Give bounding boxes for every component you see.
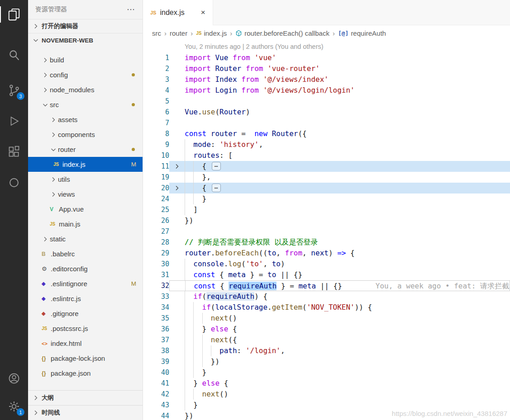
line-number[interactable]: 3 — [143, 74, 169, 85]
line-number[interactable]: 41 — [143, 378, 169, 389]
tree-item-assets[interactable]: assets — [28, 112, 143, 127]
code-line[interactable]: 10 routes: [ — [143, 150, 510, 161]
account-icon[interactable] — [0, 367, 28, 390]
tree-item-config[interactable]: config — [28, 67, 143, 82]
source-control-icon[interactable]: 3 — [0, 79, 28, 102]
line-number[interactable]: 7 — [143, 118, 169, 128]
code-line[interactable]: 7 — [143, 118, 510, 128]
tree-item-router[interactable]: router — [28, 142, 143, 157]
tree-item-.eslintrc.js[interactable]: ◆.eslintrc.js — [28, 291, 143, 306]
code-line[interactable]: 44}) — [143, 411, 510, 420]
code-line[interactable]: 33 if(requireAuth) { — [143, 291, 510, 302]
line-number[interactable]: 9 — [143, 139, 169, 150]
code-line[interactable]: 24 } — [143, 193, 510, 204]
line-number[interactable]: 39 — [143, 356, 169, 367]
line-number[interactable]: 20 — [143, 183, 169, 193]
code-line[interactable]: 42 next() — [143, 389, 510, 400]
line-number[interactable]: 30 — [143, 259, 169, 269]
tree-item-main.js[interactable]: JSmain.js — [28, 217, 143, 231]
tree-item-App.vue[interactable]: VApp.vue — [28, 202, 143, 217]
line-number[interactable]: 44 — [143, 411, 169, 420]
tree-item-.postcssrc.js[interactable]: JS.postcssrc.js — [28, 321, 143, 336]
tree-item-static[interactable]: static — [28, 231, 143, 246]
line-number[interactable]: 35 — [143, 313, 169, 324]
code-line[interactable]: 19 }, — [143, 172, 510, 183]
settings-icon[interactable]: 1 — [0, 395, 28, 418]
more-actions-icon[interactable]: ⋯ — [127, 5, 135, 14]
workspace-root-section[interactable]: NOVEMBER-WEB — [28, 33, 143, 47]
line-number[interactable]: 25 — [143, 204, 169, 215]
code-line[interactable]: 30 console.log('to', to) — [143, 259, 510, 269]
code-line[interactable]: 3import Index from '@/views/index' — [143, 74, 510, 85]
tree-item-index.js[interactable]: JSindex.jsM — [28, 157, 143, 172]
outline-section[interactable]: 大纲 — [28, 390, 143, 405]
line-number[interactable]: 8 — [143, 128, 169, 139]
line-number[interactable]: 31 — [143, 269, 169, 280]
code-line[interactable]: 1import Vue from 'vue' — [143, 52, 510, 63]
tree-item-build[interactable]: build — [28, 52, 143, 67]
code-line[interactable]: 5 — [143, 96, 510, 107]
tree-item-.eslintignore[interactable]: ◆.eslintignoreM — [28, 276, 143, 291]
line-number[interactable]: 42 — [143, 389, 169, 400]
code-line[interactable]: 28// 判断是否需要登录权限 以及是否登录 — [143, 237, 510, 248]
code-line[interactable]: 27 — [143, 226, 510, 237]
line-number[interactable]: 36 — [143, 324, 169, 335]
codelens-blame[interactable]: You, 2 minutes ago | 2 authors (You and … — [143, 41, 510, 52]
tree-item-src[interactable]: src — [28, 97, 143, 112]
tree-item-index.html[interactable]: <>index.html — [28, 336, 143, 351]
code-line[interactable]: 34 if(localStorage.getItem('NOV_TOKEN'))… — [143, 302, 510, 313]
breadcrumb-item-2[interactable]: router — [170, 29, 187, 37]
explorer-icon[interactable] — [0, 3, 28, 26]
code-line[interactable]: 32 const { requireAuth } = meta || {}You… — [143, 280, 510, 291]
tree-item-.gitignore[interactable]: ◆.gitignore — [28, 306, 143, 321]
line-number[interactable]: 32 — [143, 280, 169, 291]
code-line[interactable]: 29router.beforeEach((to, from, next) => … — [143, 248, 510, 259]
breadcrumb-item-3[interactable]: JSindex.js — [196, 29, 227, 37]
code-line[interactable]: 38 path: '/login', — [143, 345, 510, 356]
line-number[interactable]: 37 — [143, 335, 169, 345]
breadcrumb-item-5[interactable]: [@]requireAuth — [338, 29, 386, 37]
line-number[interactable]: 27 — [143, 226, 169, 237]
line-number[interactable]: 6 — [143, 107, 169, 118]
line-number[interactable]: 34 — [143, 302, 169, 313]
breadcrumb-item-1[interactable]: src — [152, 29, 161, 37]
breadcrumb-item-4[interactable]: router.beforeEach() callback — [235, 29, 329, 37]
fold-collapsed-icon[interactable] — [169, 183, 185, 193]
tree-item-package.json[interactable]: {}package.json — [28, 366, 143, 381]
line-number[interactable]: 28 — [143, 237, 169, 248]
tree-item-utils[interactable]: utils — [28, 172, 143, 187]
line-number[interactable]: 43 — [143, 400, 169, 411]
extensions-icon[interactable] — [0, 140, 28, 164]
line-number[interactable]: 19 — [143, 172, 169, 183]
line-number[interactable]: 40 — [143, 367, 169, 378]
code-line[interactable]: 8const router = new Router({ — [143, 128, 510, 139]
line-number[interactable]: 11 — [143, 161, 169, 172]
code-line[interactable]: 11 { ⋯ — [143, 161, 510, 172]
search-icon[interactable] — [0, 43, 28, 67]
code-line[interactable]: 35 next() — [143, 313, 510, 324]
code-line[interactable]: 43 } — [143, 400, 510, 411]
line-number[interactable]: 1 — [143, 52, 169, 63]
code-line[interactable]: 39 }) — [143, 356, 510, 367]
run-debug-icon[interactable] — [0, 109, 28, 133]
code-line[interactable]: 26}) — [143, 215, 510, 226]
tree-item-components[interactable]: components — [28, 127, 143, 142]
tree-item-.editorconfig[interactable]: ⚙.editorconfig — [28, 261, 143, 276]
code-line[interactable]: 36 } else { — [143, 324, 510, 335]
open-editors-section[interactable]: 打开的编辑器 — [28, 19, 143, 33]
line-number[interactable]: 26 — [143, 215, 169, 226]
tree-item-node_modules[interactable]: node_modules — [28, 82, 143, 97]
folded-code-badge[interactable]: ⋯ — [212, 184, 221, 192]
tree-item-views[interactable]: views — [28, 187, 143, 202]
folded-code-badge[interactable]: ⋯ — [212, 162, 221, 170]
tree-item-package-lock.json[interactable]: {}package-lock.json — [28, 351, 143, 366]
tree-item-.babelrc[interactable]: B.babelrc — [28, 246, 143, 261]
code-line[interactable]: 2import Router from 'vue-router' — [143, 63, 510, 74]
code-line[interactable]: 6Vue.use(Router) — [143, 107, 510, 118]
tab-index-js[interactable]: JS index.js × — [143, 0, 213, 25]
code-line[interactable]: 41 } else { — [143, 378, 510, 389]
code-line[interactable]: 4import Login from '@/views/login/login' — [143, 85, 510, 96]
close-icon[interactable]: × — [201, 8, 205, 17]
circle-icon[interactable] — [0, 171, 28, 194]
code-line[interactable]: 37 next({ — [143, 335, 510, 345]
